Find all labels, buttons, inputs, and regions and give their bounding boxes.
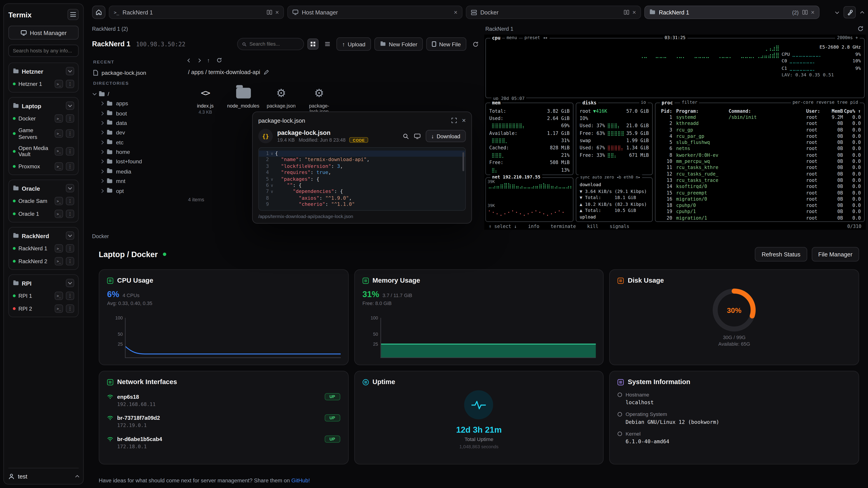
host-menu-button[interactable]: ⋮ [66,210,74,218]
code-preview[interactable]: 1 ∨ { 2 "name": "termix-download-api", 3 [258,147,466,211]
close-icon[interactable]: × [275,9,279,15]
host-item[interactable]: Oracle Sam >_ ⋮ [11,195,76,207]
host-terminal-button[interactable]: >_ [55,80,63,88]
sync-icon[interactable] [857,26,864,32]
fold-icon[interactable] [269,195,275,201]
refresh-files-button[interactable] [470,38,481,50]
search-hosts-input[interactable] [8,44,79,57]
collapse-group-button[interactable] [66,184,74,192]
directory-item[interactable]: mnt [92,176,182,186]
file-cell[interactable]: <> ⚙ package-lock.json [304,84,334,115]
host-item[interactable]: Proxmox >_ ⋮ [11,160,76,173]
close-icon[interactable]: × [811,9,814,15]
host-menu-button[interactable]: ⋮ [66,162,74,170]
collapse-group-button[interactable] [66,231,74,240]
tools-button[interactable] [844,6,856,18]
host-terminal-button[interactable]: >_ [55,210,63,218]
recent-file-item[interactable]: package-lock.json [92,68,182,77]
host-item[interactable]: Game Servers >_ ⋮ [11,125,76,142]
host-menu-button[interactable]: ⋮ [66,147,74,156]
terminal-screen[interactable]: cpu menu preset ◂▸ 03:31:25 2000ms + ⠀⠀⠀… [484,35,866,230]
file-cell[interactable]: <> ⚙ index.js 4.3 KB [190,84,220,115]
tab-racknerd1-terminal[interactable]: >_ RackNerd 1 × [109,6,284,19]
host-group-header[interactable]: Hetzner [11,65,76,77]
host-item[interactable]: Open Media Vault >_ ⋮ [11,142,76,160]
host-item[interactable]: RackNerd 1 >_ ⋮ [11,242,76,255]
open-in-editor-icon[interactable] [414,133,421,139]
host-menu-button[interactable]: ⋮ [66,244,74,253]
directory-item[interactable]: lost+found [92,157,182,166]
directory-item[interactable]: apps [92,99,182,108]
directory-item[interactable]: data [92,118,182,128]
fold-icon[interactable]: ∨ [269,189,275,195]
fold-icon[interactable]: ∨ [269,176,275,182]
host-item[interactable]: Docker >_ ⋮ [11,112,76,125]
fold-icon[interactable] [269,201,275,208]
file-manager-button[interactable]: File Manager [811,247,859,261]
host-item[interactable]: RackNerd 2 >_ ⋮ [11,255,76,268]
fold-icon[interactable] [269,157,275,163]
host-menu-button[interactable]: ⋮ [66,304,74,313]
grid-view-button[interactable] [307,38,318,50]
directory-item[interactable]: etc [92,137,182,147]
host-terminal-button[interactable]: >_ [55,162,63,170]
code-scrollbar[interactable] [463,152,464,171]
directory-item[interactable]: home [92,147,182,157]
host-terminal-button[interactable]: >_ [55,292,63,300]
host-menu-button[interactable]: ⋮ [66,129,74,138]
collapse-group-button[interactable] [66,67,74,75]
host-item[interactable]: Oracle 1 >_ ⋮ [11,207,76,220]
refresh-icon[interactable] [217,57,222,63]
host-menu-button[interactable]: ⋮ [66,257,74,265]
refresh-status-button[interactable]: Refresh Status [755,247,807,261]
chevron-up-icon[interactable] [860,11,864,15]
host-item[interactable]: Hetzner 1 >_ ⋮ [11,77,76,90]
home-button[interactable] [92,6,105,19]
directory-item[interactable]: opt [92,186,182,196]
directory-item[interactable]: media [92,166,182,176]
forward-icon[interactable] [197,58,201,62]
host-item[interactable]: RPI 1 >_ ⋮ [11,289,76,302]
split-view-icon[interactable] [267,9,272,15]
host-terminal-button[interactable]: >_ [55,129,63,138]
host-terminal-button[interactable]: >_ [55,244,63,253]
host-terminal-button[interactable]: >_ [55,114,63,123]
host-manager-button[interactable]: Host Manager [8,26,79,40]
collapse-group-button[interactable] [66,279,74,287]
upload-button[interactable]: ↑ Upload [337,37,371,51]
fold-icon[interactable]: ∨ [269,182,275,189]
fold-icon[interactable] [269,163,275,170]
sidebar-footer[interactable]: test [8,468,79,480]
search-files-input[interactable] [249,41,299,47]
edit-path-icon[interactable] [264,70,269,75]
sidebar-menu-button[interactable] [68,9,79,20]
host-menu-button[interactable]: ⋮ [66,292,74,300]
list-view-button[interactable] [322,38,333,50]
chevron-up-icon[interactable] [75,475,79,479]
download-button[interactable]: ↓ Download [426,130,466,142]
new-folder-button[interactable]: New Folder [374,37,423,51]
host-terminal-button[interactable]: >_ [55,147,63,156]
host-menu-button[interactable]: ⋮ [66,80,74,88]
host-terminal-button[interactable]: >_ [55,257,63,265]
host-menu-button[interactable]: ⋮ [66,114,74,123]
close-icon[interactable]: × [632,9,636,15]
host-group-header[interactable]: Oracle [11,182,76,195]
new-file-button[interactable]: New File [426,37,466,51]
back-icon[interactable] [187,58,191,62]
split-view-icon[interactable] [623,9,629,15]
github-link[interactable]: GitHub! [291,477,310,484]
host-terminal-button[interactable]: >_ [55,304,63,313]
host-group-header[interactable]: RackNerd [11,229,76,242]
fold-icon[interactable] [269,170,275,176]
search-in-file-icon[interactable] [403,133,409,139]
collapse-group-button[interactable] [66,101,74,110]
expand-icon[interactable] [452,118,457,123]
tree-root-item[interactable]: / [92,89,182,99]
host-group-header[interactable]: Laptop [11,99,76,112]
split-view-icon[interactable] [802,9,808,15]
close-icon[interactable]: × [454,9,458,15]
tab-host-manager[interactable]: Host Manager × [287,6,463,19]
tab-docker[interactable]: Docker × [466,6,641,19]
tab-racknerd1-files[interactable]: RackNerd 1 (2) × [645,6,819,19]
